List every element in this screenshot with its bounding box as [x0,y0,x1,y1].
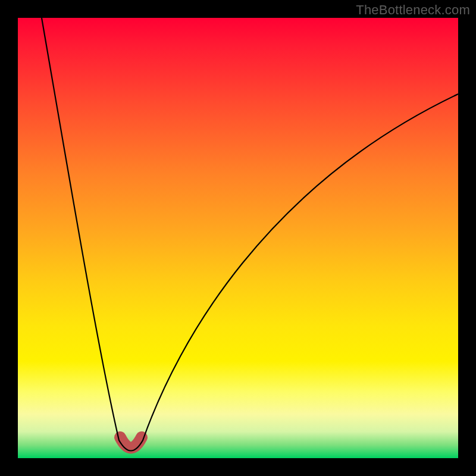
watermark-text: TheBottleneck.com [356,2,470,18]
gradient-plot-area [18,18,458,458]
curve-layer [18,18,458,458]
chart-frame: TheBottleneck.com [0,0,476,476]
bottleneck-curve [42,18,458,451]
